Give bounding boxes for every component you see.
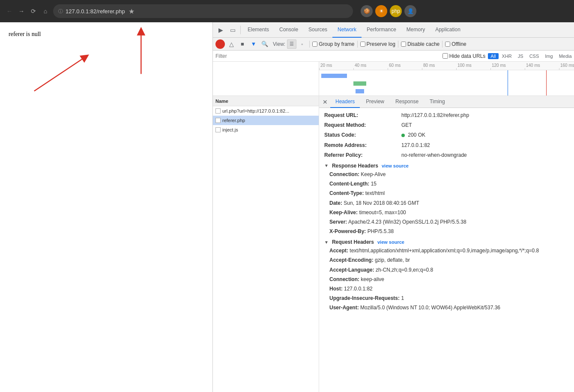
- status-code-row: Status Code: 200 OK: [324, 131, 574, 139]
- filter-button[interactable]: ▼: [249, 39, 258, 49]
- page-main-text: referer is null: [0, 22, 212, 46]
- request-url-row: Request URL: http://127.0.0.1:82/referer…: [324, 111, 574, 120]
- response-headers-section: ▼ Response Headers view source: [324, 163, 574, 169]
- network-body: Name url.php?url=http://127.0.0.1:82... …: [213, 96, 574, 392]
- tab-memory[interactable]: Memory: [401, 22, 430, 38]
- request-header-row: Accept-Language: zh-CN,zh;q=0.9,en;q=0.8: [324, 266, 574, 274]
- ext-cookie[interactable]: 🍪: [361, 5, 373, 17]
- annotation-arrows: [0, 22, 212, 392]
- ext-orange[interactable]: ☀: [375, 5, 387, 17]
- hide-data-urls-checkbox[interactable]: [442, 53, 448, 59]
- timeline-area: 20 ms 40 ms 60 ms 80 ms 100 ms 120 ms 14…: [213, 62, 574, 96]
- group-by-frame-label: Group by frame: [312, 41, 354, 47]
- ext-yellow[interactable]: php: [390, 5, 402, 17]
- search-button[interactable]: 🔍: [260, 39, 269, 49]
- separator: [309, 41, 310, 48]
- filter-xhr[interactable]: XHR: [499, 53, 514, 59]
- ruler-140ms: 140 ms: [525, 62, 559, 70]
- request-headers-label: Request Headers: [332, 239, 374, 245]
- ruler-100ms: 100 ms: [456, 62, 490, 70]
- network-item-inject[interactable]: inject.js: [213, 125, 319, 135]
- camera-button[interactable]: ■: [238, 39, 247, 49]
- tab-elements[interactable]: Elements: [242, 22, 274, 38]
- request-header-row: Host: 127.0.0.1:82: [324, 285, 574, 293]
- tab-application[interactable]: Application: [430, 22, 466, 38]
- status-green-dot: [401, 134, 405, 137]
- group-by-frame-checkbox[interactable]: [312, 42, 317, 47]
- filter-type-buttons: All XHR JS CSS Img Media Font Doc WS Man…: [488, 53, 574, 59]
- devtools-toolbar2: △ ■ ▼ 🔍 View: ☰ ▫ Group by frame Preserv…: [213, 38, 574, 51]
- tab-performance[interactable]: Performance: [362, 22, 401, 38]
- disable-cache-label: Disable cache: [401, 41, 439, 47]
- request-headers-toggle[interactable]: ▼: [324, 240, 329, 245]
- waterfall-view-button[interactable]: ▫: [297, 39, 307, 49]
- referrer-policy-key: Referrer Policy:: [324, 151, 401, 159]
- timeline-ruler: 20 ms 40 ms 60 ms 80 ms 100 ms 120 ms 14…: [319, 62, 574, 70]
- filter-all[interactable]: All: [488, 53, 498, 59]
- detail-content: Request URL: http://127.0.0.1:82/referer…: [319, 108, 574, 392]
- request-method-key: Request Method:: [324, 121, 401, 129]
- filter-css[interactable]: CSS: [527, 53, 542, 59]
- detail-tab-timing[interactable]: Timing: [425, 96, 450, 108]
- device-toolbar-button[interactable]: ▭: [227, 24, 239, 36]
- response-header-row: Keep-Alive: timeout=5, max=100: [324, 209, 574, 217]
- request-url-key: Request URL:: [324, 111, 401, 120]
- detail-tab-preview[interactable]: Preview: [361, 96, 389, 108]
- separator2: [357, 41, 358, 48]
- response-header-row: Date: Sun, 18 Nov 2018 08:40:16 GMT: [324, 199, 574, 207]
- request-header-row: Connection: keep-alive: [324, 275, 574, 284]
- list-view-button[interactable]: ☰: [287, 39, 296, 49]
- home-button[interactable]: ⌂: [41, 7, 50, 15]
- address-bar[interactable]: ⓘ 127.0.0.1:82/referer.php ★: [53, 4, 353, 18]
- detail-tab-headers[interactable]: Headers: [330, 96, 360, 108]
- file-icon-referer: [215, 118, 221, 123]
- request-headers-list: Accept: text/html,application/xhtml+xml,…: [324, 247, 574, 312]
- ruler-80ms: 80 ms: [422, 62, 456, 70]
- close-detail-button[interactable]: ✕: [321, 99, 329, 105]
- tab-network[interactable]: Network: [332, 22, 362, 38]
- disable-cache-checkbox[interactable]: [401, 42, 406, 47]
- main-area: referer is null ▶ ▭ Ele: [0, 22, 574, 392]
- response-header-row: Server: Apache/2.4.23 (Win32) OpenSSL/1.…: [324, 218, 574, 226]
- lock-icon: ⓘ: [58, 8, 63, 15]
- back-button[interactable]: ←: [5, 7, 14, 15]
- status-code-key: Status Code:: [324, 131, 401, 139]
- response-header-row: Content-Type: text/html: [324, 189, 574, 197]
- network-item-inject-name: inject.js: [222, 127, 238, 132]
- request-header-row: User-Agent: Mozilla/5.0 (Windows NT 10.0…: [324, 304, 574, 312]
- preserve-log-label: Preserve log: [360, 41, 395, 47]
- filter-input[interactable]: [215, 53, 440, 59]
- record-button[interactable]: [215, 39, 225, 49]
- remote-address-row: Remote Address: 127.0.0.1:82: [324, 141, 574, 150]
- request-header-row: Upgrade-Insecure-Requests: 1: [324, 294, 574, 302]
- ext-avatar[interactable]: 👤: [404, 5, 416, 17]
- stop-button[interactable]: △: [227, 39, 236, 49]
- network-list-items: url.php?url=http://127.0.0.1:82... refer…: [213, 106, 319, 392]
- preserve-log-checkbox[interactable]: [360, 42, 365, 47]
- filter-img[interactable]: Img: [542, 53, 555, 59]
- view-source-response[interactable]: view source: [382, 163, 409, 168]
- refresh-button[interactable]: ⟳: [29, 7, 38, 15]
- filter-media[interactable]: Media: [556, 53, 574, 59]
- ruler-40ms: 40 ms: [353, 62, 388, 70]
- ruler-60ms: 60 ms: [388, 62, 422, 70]
- request-method-row: Request Method: GET: [324, 121, 574, 129]
- offline-checkbox[interactable]: [445, 42, 450, 47]
- tab-console[interactable]: Console: [274, 22, 303, 38]
- network-item-url[interactable]: url.php?url=http://127.0.0.1:82...: [213, 106, 319, 116]
- detail-tab-response[interactable]: Response: [390, 96, 424, 108]
- response-headers-toggle[interactable]: ▼: [324, 163, 329, 168]
- view-label: View:: [273, 41, 285, 47]
- response-headers-list: Connection: Keep-AliveContent-Length: 15…: [324, 171, 574, 236]
- red-timeline-line: [546, 70, 547, 96]
- bookmark-icon[interactable]: ★: [129, 7, 135, 15]
- forward-button[interactable]: →: [17, 7, 26, 15]
- filter-js[interactable]: JS: [515, 53, 526, 59]
- network-item-referer[interactable]: referer.php: [213, 116, 319, 125]
- inspect-element-button[interactable]: ▶: [215, 24, 227, 36]
- network-list-header: Name: [213, 96, 319, 106]
- tab-sources[interactable]: Sources: [303, 22, 332, 38]
- view-source-request[interactable]: view source: [377, 239, 404, 245]
- request-method-val: GET: [401, 121, 412, 129]
- remote-address-key: Remote Address:: [324, 141, 401, 150]
